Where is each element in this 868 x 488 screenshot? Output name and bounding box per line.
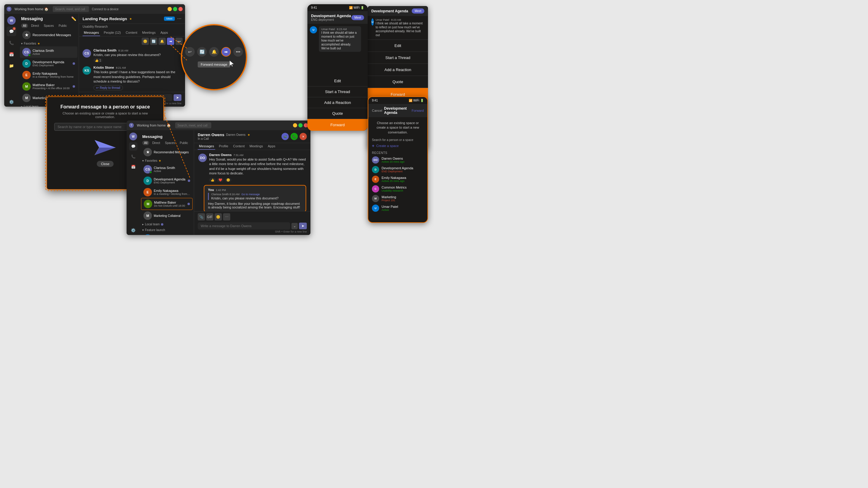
more-toolbar-btn[interactable]: •••: [176, 38, 183, 45]
tab-messages[interactable]: Messages: [83, 30, 100, 36]
second-go-to-message-link[interactable]: Go to message: [241, 193, 260, 196]
second-chat-star[interactable]: ★: [247, 133, 250, 136]
reaction-heart[interactable]: ❤️: [217, 178, 224, 182]
second-tab-meetings[interactable]: Meetings: [248, 143, 264, 150]
sidebar-item-calls[interactable]: 📞: [7, 38, 16, 47]
second-sidebar-settings[interactable]: ⚙️: [128, 225, 138, 235]
mobile2-recent-darren[interactable]: DO Darren Owens Active 20 mins ago: [372, 156, 424, 164]
context-menu-meet-btn[interactable]: Meet: [412, 8, 424, 13]
mobile2-forward-button[interactable]: Forward: [412, 109, 424, 112]
mobile1-meet-btn[interactable]: Meet: [351, 15, 364, 20]
second-tab-content[interactable]: Content: [232, 143, 246, 150]
second-tab-spaces[interactable]: Spaces: [163, 141, 177, 145]
chat-item-matthew[interactable]: M Matthew Baker Presenting • At the offi…: [20, 81, 78, 92]
sidebar-item-chat[interactable]: 💬 3: [7, 27, 16, 36]
mobile1-context-add-reaction[interactable]: Add a Reaction: [307, 97, 368, 108]
second-local-team[interactable]: ▸ Local team: [140, 221, 194, 227]
mobile1-context-start-thread[interactable]: Start a Thread: [307, 87, 368, 97]
user-avatar[interactable]: W: [7, 16, 16, 25]
second-send-btn[interactable]: ➤: [299, 223, 307, 229]
context-item-edit[interactable]: Edit: [368, 40, 428, 52]
second-chat-umar[interactable]: U Umar Patel Presenting • At the office …: [141, 233, 193, 235]
chat-item-dev-agenda[interactable]: D Development Agenda ENG Deployment: [20, 58, 78, 69]
mobile2-recent-emily[interactable]: E Emily Nakagawa Active 25 mins ago: [372, 175, 424, 183]
tab-content[interactable]: Content: [124, 30, 138, 36]
mobile2-recent-dev-agenda[interactable]: D Development Agenda END Deployment: [372, 166, 424, 173]
second-call-btn[interactable]: 📞: [290, 133, 298, 140]
sidebar-item-files[interactable]: 📁: [7, 61, 16, 70]
context-item-add-reaction[interactable]: Add a Reaction: [368, 64, 428, 76]
chat-item-clarissa[interactable]: CS Clarissa Smith Active: [20, 46, 78, 58]
mobile2-cancel-button[interactable]: Cancel: [372, 109, 382, 112]
bell-toolbar-btn[interactable]: 🔔: [158, 38, 166, 45]
filter-tab-all[interactable]: All: [21, 24, 28, 28]
emoji-toolbar-btn[interactable]: 😊: [142, 38, 149, 45]
mag-reply-btn[interactable]: ↩: [185, 47, 195, 57]
mag-bell-btn[interactable]: 🔔: [209, 47, 219, 57]
second-tab-messages[interactable]: Messages: [198, 143, 215, 150]
second-search-input[interactable]: [175, 122, 211, 128]
second-tab-profile[interactable]: Profile: [218, 143, 229, 150]
mag-forward-btn[interactable]: ➡: [221, 47, 231, 57]
maximize-button[interactable]: [173, 7, 177, 11]
reply-to-thread-button[interactable]: ↩ Reply to thread: [93, 85, 123, 90]
forward-toolbar-btn[interactable]: ➡: [167, 38, 174, 45]
second-sidebar-calendar[interactable]: 📅: [129, 163, 137, 171]
mobile2-recent-marketing[interactable]: M Marketing Project 191: [372, 195, 424, 202]
second-video-btn[interactable]: 📹: [281, 133, 289, 140]
second-message-input[interactable]: [198, 222, 290, 230]
connect-device[interactable]: Connect to a device: [92, 7, 119, 11]
second-maximize-btn[interactable]: [299, 123, 303, 127]
second-favorites[interactable]: ▾ Favorites ★: [140, 158, 194, 164]
second-more-btn2[interactable]: ⋯: [223, 213, 230, 221]
second-sidebar-calls[interactable]: 📞: [129, 153, 137, 161]
filter-tab-public[interactable]: Public: [57, 24, 69, 28]
search-input[interactable]: [53, 6, 89, 12]
second-tab-direct[interactable]: Direct: [150, 141, 162, 145]
msg-reaction-clarissa[interactable]: 👍 1: [93, 59, 102, 62]
mobile1-context-forward[interactable]: Forward: [307, 119, 368, 131]
second-chat-dev[interactable]: D Development Agenda ENG Deployment: [141, 175, 193, 187]
mobile1-context-quote[interactable]: Quote: [307, 108, 368, 119]
sidebar-item-calendar[interactable]: 📅: [7, 50, 16, 59]
second-tab-all[interactable]: All: [142, 141, 149, 145]
second-minimize-btn[interactable]: [293, 123, 297, 127]
tab-meetings[interactable]: Meetings: [141, 30, 157, 36]
mobile2-recent-umar[interactable]: U Umar Patel Active: [372, 204, 424, 212]
second-expand-btn[interactable]: ⌄: [291, 223, 298, 229]
second-gif-btn[interactable]: GIF: [206, 213, 213, 221]
context-item-start-thread[interactable]: Start a Thread: [368, 52, 428, 64]
second-chat-clarissa[interactable]: CS Clarissa Smith Active: [141, 164, 193, 175]
context-item-quote[interactable]: Quote: [368, 76, 428, 88]
recommended-messages-item[interactable]: ★ Recommended Messages: [20, 29, 78, 41]
more-options-icon[interactable]: ⋯: [177, 16, 181, 21]
second-tab-public[interactable]: Public: [178, 141, 190, 145]
chat-star-icon[interactable]: ★: [129, 17, 132, 21]
reaction-thumbs[interactable]: 👍: [209, 178, 216, 182]
second-feature-launch[interactable]: ▾ Feature launch: [140, 227, 194, 233]
tab-people[interactable]: People (12): [102, 30, 122, 36]
new-chat-icon[interactable]: ✏️: [71, 16, 76, 21]
close-button[interactable]: [179, 7, 183, 11]
second-chat-emily[interactable]: E Emily Nakagawa In a meeting • Working …: [141, 187, 193, 198]
favorites-section[interactable]: ▾ Favorites ★: [19, 41, 79, 46]
filter-tab-spaces[interactable]: Spaces: [42, 24, 56, 28]
second-end-btn[interactable]: ✕: [300, 133, 307, 140]
second-recommended[interactable]: ★ Recommended Messages: [141, 147, 193, 158]
mobile1-context-edit[interactable]: Edit: [307, 76, 368, 87]
meet-button[interactable]: Meet: [164, 17, 175, 21]
second-chat-matthew[interactable]: M Matthew Baker Do Not Disturb until 16:…: [141, 198, 193, 210]
forward-modal-close-button[interactable]: Close: [97, 161, 114, 167]
second-tab-apps[interactable]: Apps: [267, 143, 277, 150]
mobile2-recent-common[interactable]: C Common Metrics Usability research: [372, 185, 424, 193]
second-sidebar-chat[interactable]: 💬: [129, 142, 137, 151]
second-attach-btn[interactable]: 📎: [198, 213, 205, 221]
mag-more-btn[interactable]: •••: [233, 47, 243, 57]
second-emoji-btn2[interactable]: 😊: [215, 213, 222, 221]
refresh-toolbar-btn[interactable]: 🔄: [150, 38, 157, 45]
send-button[interactable]: ➤: [174, 94, 181, 101]
mobile2-create-space-row[interactable]: + Create a space: [372, 143, 424, 148]
mag-refresh-btn[interactable]: 🔄: [197, 47, 207, 57]
chat-item-emily[interactable]: E Emily Nakagawa In a meeting • Working …: [20, 69, 78, 81]
tab-apps[interactable]: Apps: [159, 30, 169, 36]
